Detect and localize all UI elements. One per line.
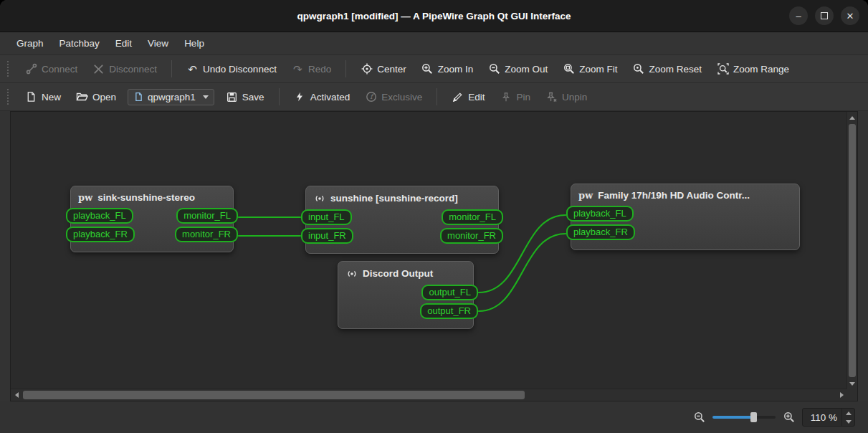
redo-icon: ↷ bbox=[292, 63, 304, 75]
menu-view[interactable]: View bbox=[140, 32, 176, 54]
open-button[interactable]: Open bbox=[70, 87, 123, 107]
scroll-down-button[interactable] bbox=[847, 379, 857, 388]
port-playback-fl[interactable]: playback_FL bbox=[66, 208, 133, 224]
scroll-right-button[interactable] bbox=[837, 389, 846, 401]
activated-label: Activated bbox=[310, 92, 350, 103]
svg-text:f: f bbox=[370, 92, 374, 100]
zoom-spin-down-button[interactable] bbox=[842, 417, 854, 426]
undo-disconnect-label: Undo Disconnect bbox=[203, 64, 277, 75]
zoom-slider[interactable] bbox=[712, 411, 776, 424]
vertical-scrollbar[interactable] bbox=[846, 112, 857, 389]
menu-patchbay[interactable]: Patchbay bbox=[52, 32, 108, 54]
zoom-in-mini-icon[interactable] bbox=[783, 411, 795, 424]
close-button[interactable]: ✕ bbox=[841, 6, 859, 25]
scroll-up-button[interactable] bbox=[847, 113, 857, 122]
port-monitor-fl[interactable]: monitor_FL bbox=[176, 208, 238, 224]
port-monitor-fl[interactable]: monitor_FL bbox=[442, 209, 503, 225]
exclusive-button[interactable]: f Exclusive bbox=[358, 87, 429, 107]
horizontal-scroll-handle[interactable] bbox=[23, 391, 525, 399]
center-button[interactable]: Center bbox=[354, 60, 413, 79]
redo-label: Redo bbox=[308, 64, 331, 75]
zoom-out-mini-icon[interactable] bbox=[693, 411, 705, 424]
app-window: qpwgraph1 [modified] — A PipeWire Graph … bbox=[0, 0, 868, 433]
menu-edit[interactable]: Edit bbox=[108, 32, 140, 54]
activated-bolt-icon bbox=[294, 91, 306, 103]
zoom-in-icon bbox=[421, 63, 434, 75]
node-title: Family 17h/19h HD Audio Contr... bbox=[598, 190, 750, 201]
zoom-controls: 110 % bbox=[693, 408, 855, 427]
zoom-spin-up-button[interactable] bbox=[842, 409, 854, 417]
port-playback-fr[interactable]: playback_FR bbox=[566, 224, 635, 240]
arrow-left-icon bbox=[15, 392, 19, 398]
zoom-range-button[interactable]: Zoom Range bbox=[710, 60, 796, 79]
new-file-icon bbox=[25, 91, 37, 103]
port-output-fl[interactable]: output_FL bbox=[421, 285, 478, 300]
center-label: Center bbox=[377, 64, 406, 75]
horizontal-scrollbar[interactable] bbox=[11, 389, 847, 401]
zoom-out-button[interactable]: Zoom Out bbox=[482, 60, 554, 79]
scroll-left-button[interactable] bbox=[12, 389, 21, 401]
record-icon bbox=[313, 192, 325, 204]
zoom-in-button[interactable]: Zoom In bbox=[415, 60, 480, 79]
port-monitor-fr[interactable]: monitor_FR bbox=[440, 228, 503, 244]
open-folder-icon bbox=[76, 91, 88, 103]
maximize-button[interactable] bbox=[815, 6, 834, 25]
arrow-down-icon bbox=[846, 420, 852, 424]
scrollbar-corner bbox=[847, 389, 857, 401]
vertical-scroll-handle[interactable] bbox=[849, 124, 856, 377]
zoom-fit-button[interactable]: Zoom Fit bbox=[556, 60, 624, 79]
menu-graph[interactable]: Graph bbox=[9, 32, 52, 54]
disconnect-button[interactable]: Disconnect bbox=[86, 60, 163, 79]
save-label: Save bbox=[242, 92, 264, 103]
redo-button[interactable]: ↷ Redo bbox=[285, 60, 338, 79]
exclusive-label: Exclusive bbox=[381, 92, 422, 103]
node-sink-sunshine-stereo[interactable]: pw sink-sunshine-stereo playback_FL moni… bbox=[70, 186, 234, 252]
graph-canvas[interactable]: pw sink-sunshine-stereo playback_FL moni… bbox=[11, 112, 847, 389]
undo-icon: ↶ bbox=[186, 63, 199, 75]
file-toolbar: New Open qpwgraph1 bbox=[0, 83, 868, 111]
zoom-value[interactable]: 110 % bbox=[803, 409, 841, 426]
zoom-out-label: Zoom Out bbox=[505, 64, 548, 75]
zoom-reset-button[interactable]: Zoom Reset bbox=[626, 60, 709, 79]
new-button[interactable]: New bbox=[19, 87, 67, 107]
node-title: sink-sunshine-stereo bbox=[97, 192, 195, 203]
port-output-fr[interactable]: output_FR bbox=[420, 303, 478, 319]
port-input-fl[interactable]: input_FL bbox=[301, 209, 352, 225]
port-playback-fr[interactable]: playback_FR bbox=[66, 227, 135, 242]
toolbar-grip[interactable] bbox=[7, 89, 11, 105]
port-input-fr[interactable]: input_FR bbox=[301, 228, 353, 244]
node-family-hd-audio[interactable]: pw Family 17h/19h HD Audio Contr... play… bbox=[571, 184, 800, 250]
edit-label: Edit bbox=[468, 92, 485, 103]
zoom-fit-label: Zoom Fit bbox=[579, 64, 617, 75]
pipewire-icon: pw bbox=[78, 192, 92, 203]
node-title: Discord Output bbox=[363, 268, 433, 279]
edit-button[interactable]: Edit bbox=[445, 87, 491, 107]
menu-help[interactable]: Help bbox=[176, 32, 212, 54]
titlebar[interactable]: qpwgraph1 [modified] — A PipeWire Graph … bbox=[0, 0, 868, 32]
port-monitor-fr[interactable]: monitor_FR bbox=[175, 227, 238, 242]
patchbay-profile-combo[interactable]: qpwgraph1 bbox=[128, 89, 214, 105]
node-sunshine-record[interactable]: sunshine [sunshine-record] input_FL moni… bbox=[305, 186, 499, 254]
activated-button[interactable]: Activated bbox=[287, 87, 357, 107]
arrow-right-icon bbox=[840, 392, 844, 398]
node-title: sunshine [sunshine-record] bbox=[330, 193, 458, 204]
pin-button[interactable]: Pin bbox=[493, 87, 537, 107]
toolbar-grip[interactable] bbox=[7, 61, 11, 77]
connect-label: Connect bbox=[42, 64, 77, 75]
zoom-spinbox[interactable]: 110 % bbox=[802, 408, 855, 427]
unpin-button[interactable]: Unpin bbox=[539, 87, 593, 107]
node-discord-output[interactable]: Discord Output output_FL output_FR bbox=[338, 261, 474, 329]
patchbay-profile-value: qpwgraph1 bbox=[148, 92, 196, 103]
pin-label: Pin bbox=[516, 92, 530, 103]
save-button[interactable]: Save bbox=[219, 87, 271, 107]
undo-disconnect-button[interactable]: ↶ Undo Disconnect bbox=[180, 60, 283, 79]
connect-button[interactable]: Connect bbox=[19, 60, 84, 79]
zoom-spin-buttons bbox=[841, 409, 854, 426]
minimize-button[interactable]: – bbox=[789, 6, 808, 25]
chevron-down-icon bbox=[203, 95, 209, 99]
zoom-slider-handle[interactable] bbox=[750, 412, 757, 422]
connect-icon bbox=[25, 63, 37, 75]
port-playback-fl[interactable]: playback_FL bbox=[566, 206, 634, 222]
close-icon: ✕ bbox=[846, 11, 854, 21]
center-icon bbox=[361, 63, 373, 75]
